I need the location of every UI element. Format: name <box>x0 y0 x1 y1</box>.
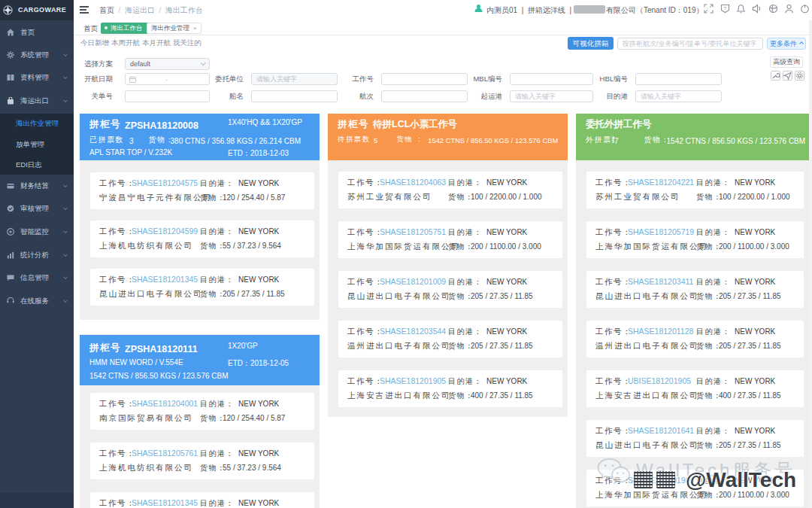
svg-text:?: ? <box>724 6 727 11</box>
